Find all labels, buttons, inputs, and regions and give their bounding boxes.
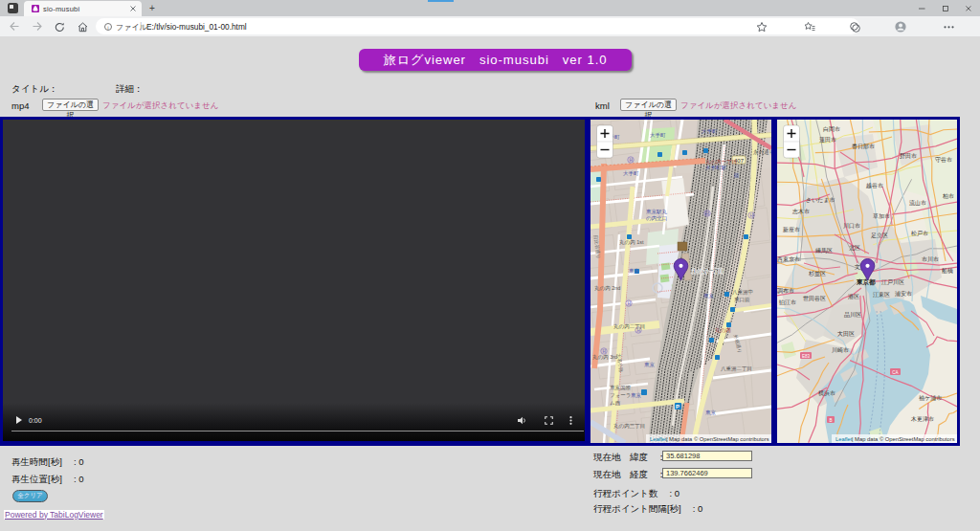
svg-text:横浜市: 横浜市 bbox=[818, 389, 835, 396]
svg-text:| Map data © OpenStreetMap con: | Map data © OpenStreetMap contributors bbox=[852, 436, 955, 442]
svg-text:流山市: 流山市 bbox=[909, 199, 926, 207]
svg-text:E83: E83 bbox=[802, 354, 811, 359]
svg-text:| Map data © OpenStreetMap con: | Map data © OpenStreetMap contributors bbox=[666, 436, 769, 442]
svg-text:東京: 東京 bbox=[629, 268, 640, 274]
svg-text:東京国際: 東京国際 bbox=[610, 385, 632, 391]
svg-text:調布市: 調布市 bbox=[777, 287, 794, 294]
svg-text:浦安市: 浦安市 bbox=[895, 290, 912, 297]
svg-text:船橋: 船橋 bbox=[941, 268, 953, 275]
svg-text:杉並区: 杉並区 bbox=[808, 270, 826, 277]
svg-text:草加市: 草加市 bbox=[873, 212, 890, 219]
svg-text:丸の内二丁目: 丸の内二丁目 bbox=[613, 323, 645, 330]
svg-text:丸の内 1st: 丸の内 1st bbox=[619, 239, 644, 245]
svg-text:白岡市: 白岡市 bbox=[823, 125, 840, 133]
svg-text:守谷市: 守谷市 bbox=[935, 156, 952, 164]
svg-text:丸の内一丁目: 丸の内一丁目 bbox=[705, 159, 737, 166]
svg-text:丸の内 3rd: 丸の内 3rd bbox=[592, 354, 617, 360]
svg-text:の内北口: の内北口 bbox=[646, 215, 667, 222]
svg-text:松戸市: 松戸市 bbox=[911, 230, 928, 236]
svg-text:丸の内一丁目: 丸の内一丁目 bbox=[692, 268, 724, 275]
svg-text:志木市: 志木市 bbox=[791, 208, 810, 214]
svg-text:H: H bbox=[705, 211, 708, 216]
svg-text:CA: CA bbox=[892, 370, 898, 375]
svg-text:柏市: 柏市 bbox=[942, 192, 954, 200]
svg-text:大手町: 大手町 bbox=[702, 128, 718, 134]
svg-text:H: H bbox=[629, 158, 632, 163]
svg-text:B: B bbox=[829, 418, 832, 423]
svg-text:H: H bbox=[749, 213, 752, 218]
svg-text:東口前: 東口前 bbox=[734, 297, 750, 303]
svg-text:市川市: 市川市 bbox=[922, 255, 939, 262]
svg-text:江東区: 江東区 bbox=[873, 291, 890, 298]
svg-text:Leaflet: Leaflet bbox=[650, 436, 667, 442]
svg-text:北区: 北区 bbox=[849, 244, 860, 252]
svg-text:永代通り: 永代通り bbox=[753, 148, 771, 155]
svg-text:品川区: 品川区 bbox=[844, 311, 861, 319]
svg-text:前: 前 bbox=[734, 172, 740, 178]
svg-text:東京: 東京 bbox=[631, 392, 642, 398]
svg-text:袖ケ浦市: 袖ケ浦市 bbox=[919, 394, 942, 402]
svg-text:野田市: 野田市 bbox=[900, 152, 917, 160]
svg-text:八重洲中: 八重洲中 bbox=[732, 289, 753, 296]
svg-text:西東京市: 西東京市 bbox=[777, 255, 800, 263]
svg-text:大手町: 大手町 bbox=[650, 132, 666, 138]
svg-text:Leaflet: Leaflet bbox=[835, 436, 853, 442]
svg-text:フォーラ: フォーラ bbox=[610, 392, 631, 398]
svg-text:丸の内三丁目: 丸の内三丁目 bbox=[613, 423, 645, 430]
svg-text:大田区: 大田区 bbox=[837, 330, 855, 338]
svg-text:港区: 港区 bbox=[848, 293, 859, 300]
svg-text:春日部市: 春日部市 bbox=[852, 143, 875, 150]
svg-text:P: P bbox=[676, 404, 679, 409]
svg-text:東京都: 東京都 bbox=[856, 278, 876, 286]
svg-text:川崎市: 川崎市 bbox=[832, 346, 849, 353]
svg-text:東京: 東京 bbox=[705, 409, 717, 415]
svg-text:ム西: ム西 bbox=[610, 400, 621, 407]
svg-text:世田谷区: 世田谷区 bbox=[803, 295, 826, 302]
svg-text:東京駅丸: 東京駅丸 bbox=[646, 209, 668, 214]
svg-text:丸の内 2nd: 丸の内 2nd bbox=[594, 285, 620, 291]
svg-text:丸の内: 丸の内 bbox=[715, 327, 731, 333]
svg-text:八重洲二丁目: 八重洲二丁目 bbox=[721, 365, 752, 372]
svg-text:新座市: 新座市 bbox=[783, 226, 800, 232]
svg-text:練馬区: 練馬区 bbox=[814, 247, 833, 254]
svg-text:足立区: 足立区 bbox=[871, 232, 888, 239]
svg-text:越谷市: 越谷市 bbox=[866, 182, 883, 189]
svg-text:大手町駅: 大手町駅 bbox=[705, 165, 727, 170]
svg-text:狛江市: 狛江市 bbox=[778, 299, 796, 306]
svg-text:東京: 東京 bbox=[703, 293, 715, 299]
svg-text:江戸川区: 江戸川区 bbox=[881, 278, 904, 285]
svg-text:大手町: 大手町 bbox=[623, 170, 639, 176]
svg-text:H: H bbox=[627, 301, 630, 306]
svg-text:蓮田市: 蓮田市 bbox=[819, 136, 836, 144]
svg-text:さいたま市: さいたま市 bbox=[806, 196, 835, 204]
svg-text:木更津市: 木更津市 bbox=[910, 415, 934, 422]
svg-text:川口市: 川口市 bbox=[843, 222, 860, 230]
svg-text:東京: 東京 bbox=[644, 362, 656, 367]
